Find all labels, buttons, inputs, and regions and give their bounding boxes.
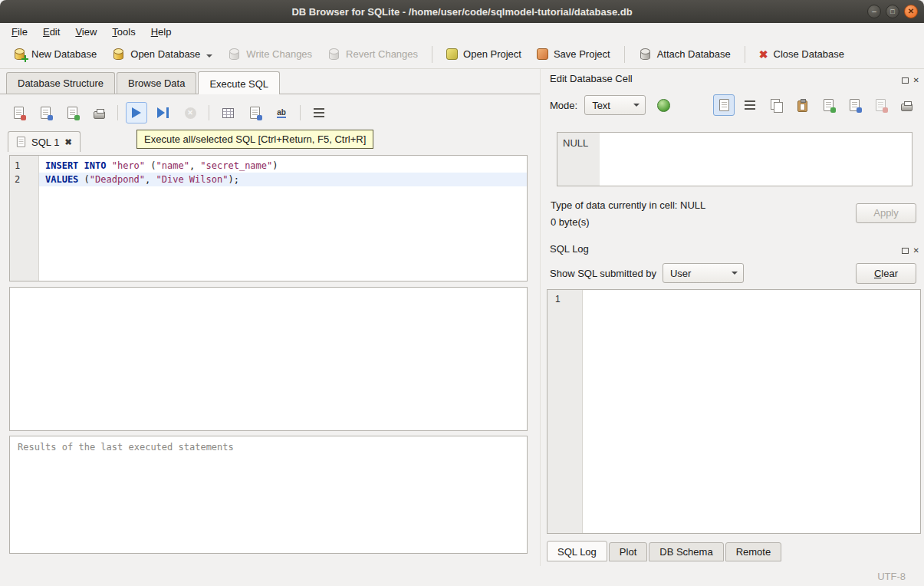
word-wrap-button[interactable]: [244, 102, 265, 123]
copy-button[interactable]: [765, 94, 787, 116]
code-line-current[interactable]: VALUES ("Deadpond", "Dive Wilson");: [39, 173, 527, 186]
export-csv-icon: [222, 108, 234, 118]
cell-editor-tools: [713, 94, 917, 116]
minimize-button[interactable]: [867, 5, 881, 18]
execute-line-button[interactable]: [153, 102, 174, 123]
results-placeholder: Results of the last executed statements: [18, 442, 234, 453]
clear-log-button[interactable]: Clear: [856, 263, 916, 284]
execute-sql-button[interactable]: [126, 102, 147, 123]
menu-edit[interactable]: Edit: [36, 25, 67, 39]
export-csv-button[interactable]: [217, 102, 238, 123]
tab-remote[interactable]: Remote: [725, 542, 782, 561]
menu-view[interactable]: View: [68, 25, 104, 39]
toolbar-button-label: Revert Changes: [346, 48, 418, 60]
close-dock-icon[interactable]: [913, 244, 919, 255]
close-database-button[interactable]: Close Database: [752, 44, 851, 64]
print-sql-button[interactable]: [88, 102, 110, 123]
menu-bar: File Edit View Tools Help: [0, 23, 924, 40]
code-area[interactable]: INSERT INTO "hero" ("name", "secret_name…: [39, 156, 527, 281]
word-wrap-button[interactable]: [739, 94, 761, 116]
sql-log-area[interactable]: 1: [547, 289, 921, 534]
find-replace-button[interactable]: [271, 102, 292, 123]
code-token: "Dive Wilson": [156, 174, 229, 185]
results-message-area[interactable]: Results of the last executed statements: [9, 436, 528, 554]
toolbar-separator: [209, 105, 209, 120]
log-filter-select[interactable]: User: [663, 263, 744, 283]
tab-execute-sql[interactable]: Execute SQL: [198, 71, 280, 94]
code-token: (: [78, 174, 89, 185]
toolbar-button-label: Close Database: [774, 48, 845, 60]
open-sql-file-button[interactable]: [8, 102, 29, 123]
save-sql-as-button[interactable]: [61, 102, 83, 123]
revert-changes-icon: [327, 48, 340, 61]
text-document-button[interactable]: [713, 94, 735, 116]
chevron-down-icon: [633, 104, 640, 107]
sql-code-editor[interactable]: 1 2 INSERT INTO "hero" ("name", "secret_…: [9, 155, 528, 281]
toolbar-button-label: Attach Database: [657, 48, 731, 60]
cell-editor-content[interactable]: [600, 133, 912, 186]
code-token: "Deadpond": [90, 174, 145, 185]
window-title: DB Browser for SQLite - /home/user/code/…: [291, 6, 632, 18]
attach-database-button[interactable]: Attach Database: [632, 44, 738, 64]
tab-plot[interactable]: Plot: [609, 542, 647, 561]
import-icon: [824, 99, 834, 111]
maximize-button[interactable]: [886, 5, 899, 18]
stop-icon: [185, 107, 196, 119]
save-sql-file-icon: [41, 107, 51, 119]
sql-file-icon: [17, 137, 25, 147]
save-project-button[interactable]: Save Project: [530, 44, 617, 64]
tab-sql-log[interactable]: SQL Log: [547, 541, 607, 561]
title-bar[interactable]: DB Browser for SQLite - /home/user/code/…: [0, 0, 924, 23]
tab-browse-data[interactable]: Browse Data: [117, 72, 196, 94]
execute-line-icon: [157, 107, 169, 118]
new-database-button[interactable]: New Database: [6, 44, 104, 64]
export-button[interactable]: [843, 94, 865, 116]
mode-select[interactable]: Text: [584, 95, 646, 115]
new-database-icon: [13, 48, 26, 61]
save-sql-file-button[interactable]: [35, 102, 56, 123]
close-database-icon: [759, 48, 768, 61]
results-grid[interactable]: [9, 287, 528, 431]
cell-null-value: NULL: [563, 137, 588, 149]
write-changes-icon: [228, 48, 241, 61]
format-sql-button[interactable]: [308, 102, 330, 123]
close-button[interactable]: [904, 5, 918, 18]
clear-cell-icon: [876, 99, 886, 111]
open-project-button[interactable]: Open Project: [439, 44, 528, 64]
code-token: "name": [156, 160, 189, 171]
import-button[interactable]: [817, 94, 839, 116]
cell-value-editor[interactable]: NULL: [557, 132, 912, 186]
print-icon: [901, 104, 912, 111]
tab-database-structure[interactable]: Database Structure: [6, 72, 115, 94]
close-tab-icon[interactable]: [64, 137, 71, 147]
float-dock-icon[interactable]: [902, 77, 909, 84]
set-mode-button[interactable]: [653, 94, 674, 116]
encoding-indicator[interactable]: UTF-8: [877, 571, 906, 582]
menu-file[interactable]: File: [5, 25, 35, 39]
float-dock-icon[interactable]: [902, 248, 909, 254]
tab-db-schema[interactable]: DB Schema: [649, 542, 723, 561]
sql-tab[interactable]: SQL 1: [8, 131, 81, 152]
paste-button[interactable]: [791, 94, 813, 116]
log-filter-value: User: [670, 268, 691, 279]
plus-badge-icon: [21, 55, 28, 62]
print-cell-button[interactable]: [896, 94, 917, 116]
toolbar-separator: [117, 105, 118, 120]
code-line[interactable]: INSERT INTO "hero" ("name", "secret_name…: [39, 159, 527, 173]
menu-tools[interactable]: Tools: [105, 25, 142, 39]
edit-cell-title: Edit Database Cell: [550, 73, 633, 84]
save-project-icon: [537, 48, 548, 60]
export-icon: [850, 99, 860, 111]
print-icon: [94, 111, 105, 119]
toolbar-button-label: Save Project: [554, 48, 610, 60]
log-content[interactable]: [583, 290, 920, 533]
open-database-dropdown-arrow-icon[interactable]: [206, 54, 212, 58]
close-dock-icon[interactable]: [913, 74, 919, 85]
chevron-down-icon: [732, 272, 738, 275]
write-changes-button: Write Changes: [221, 44, 319, 64]
log-line-number: 1: [555, 294, 561, 305]
cell-mode-row: Mode: Text: [550, 94, 917, 117]
toolbar-separator: [624, 46, 625, 63]
menu-help[interactable]: Help: [144, 25, 179, 39]
open-database-button[interactable]: Open Database: [105, 44, 219, 64]
